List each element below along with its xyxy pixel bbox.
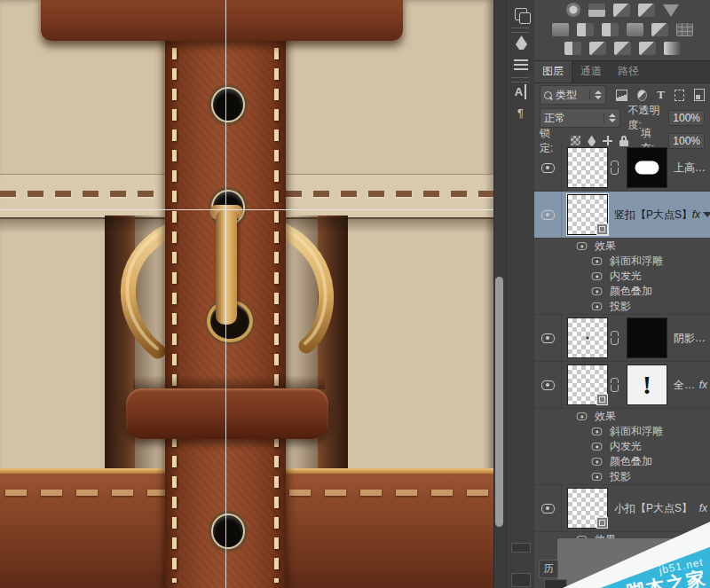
eye-icon[interactable] bbox=[577, 412, 588, 420]
layer-mask-thumbnail[interactable]: ! bbox=[627, 365, 667, 405]
effect-item[interactable]: 斜面和浮雕 bbox=[534, 254, 710, 269]
visibility-toggle[interactable] bbox=[534, 145, 562, 191]
dock-panel-stub[interactable] bbox=[511, 543, 531, 553]
layer-thumbnail[interactable] bbox=[567, 488, 608, 529]
history-panel-icon[interactable]: 历 bbox=[539, 560, 558, 578]
visibility-toggle[interactable] bbox=[534, 362, 562, 408]
visibility-toggle[interactable] bbox=[534, 192, 562, 238]
visibility-toggle[interactable] bbox=[534, 485, 562, 531]
type-layer-filter-icon[interactable]: T bbox=[657, 88, 665, 102]
strap-stitch-right bbox=[274, 48, 279, 583]
eye-icon[interactable] bbox=[592, 287, 603, 295]
photo-filter-icon[interactable] bbox=[627, 23, 643, 36]
fx-badge[interactable]: fx bbox=[699, 379, 707, 391]
eye-icon[interactable] bbox=[592, 427, 603, 435]
color-balance-icon[interactable] bbox=[577, 23, 594, 36]
character-panel-icon[interactable]: A bbox=[513, 84, 526, 99]
layer-thumbnail[interactable] bbox=[567, 194, 608, 235]
vibrance-icon[interactable] bbox=[663, 4, 679, 17]
layer-row[interactable]: 阴影… bbox=[534, 315, 710, 362]
brush-presets-panel-icon[interactable] bbox=[514, 59, 528, 71]
threshold-icon[interactable] bbox=[614, 42, 631, 55]
fx-badge[interactable]: fx bbox=[692, 208, 700, 221]
invert-icon[interactable] bbox=[564, 42, 581, 55]
dock-panel-stub[interactable] bbox=[511, 573, 531, 587]
curves-icon[interactable] bbox=[613, 4, 630, 17]
layer-thumbnail[interactable] bbox=[567, 318, 608, 358]
layer-name[interactable]: 竖扣【P大点S】 bbox=[614, 208, 689, 223]
fx-badge[interactable]: fx bbox=[699, 502, 707, 514]
adjustments-panel bbox=[534, 0, 710, 55]
layer-row[interactable]: 上高… bbox=[534, 145, 710, 192]
pixel-layer-filter-icon[interactable] bbox=[616, 90, 628, 101]
layer-thumbnail[interactable] bbox=[567, 147, 608, 188]
layer-row[interactable]: ! 全… fx bbox=[534, 362, 710, 409]
panel-tab-bar: 图层 通道 路径 bbox=[534, 60, 710, 83]
layer-filter-bar: 类型 T bbox=[534, 83, 710, 106]
channel-mixer-icon[interactable] bbox=[651, 23, 668, 36]
filter-kind-dropdown[interactable]: 类型 bbox=[540, 85, 606, 105]
tab-channels[interactable]: 通道 bbox=[572, 61, 610, 82]
adjustment-layer-filter-icon[interactable] bbox=[637, 90, 647, 101]
selective-color-icon[interactable] bbox=[664, 42, 681, 55]
opacity-value[interactable]: 100% bbox=[668, 110, 705, 126]
strap-hole-1 bbox=[211, 87, 245, 122]
dock-grip[interactable] bbox=[511, 27, 529, 33]
collapse-effects-icon[interactable] bbox=[703, 212, 710, 217]
layer-name[interactable]: 小扣【P大点S】 bbox=[614, 501, 696, 516]
gradient-map-icon[interactable] bbox=[639, 42, 656, 55]
mask-link[interactable] bbox=[608, 161, 621, 175]
effect-label: 投影 bbox=[610, 469, 631, 484]
eye-icon[interactable] bbox=[592, 473, 603, 481]
visibility-toggle[interactable] bbox=[534, 315, 562, 361]
paragraph-panel-icon[interactable]: ¶ bbox=[513, 106, 528, 121]
layer-row-selected[interactable]: 竖扣【P大点S】 fx bbox=[534, 192, 710, 239]
black-white-icon[interactable] bbox=[602, 23, 619, 36]
eye-icon[interactable] bbox=[592, 458, 603, 466]
effect-item[interactable]: 颜色叠加 bbox=[534, 454, 710, 469]
mask-link[interactable] bbox=[608, 378, 621, 392]
stitch-line-left bbox=[0, 191, 165, 197]
mask-link[interactable] bbox=[608, 331, 621, 345]
eye-icon bbox=[541, 163, 555, 173]
shape-layer-filter-icon[interactable] bbox=[674, 90, 684, 101]
effect-item[interactable]: 投影 bbox=[534, 299, 710, 315]
effects-header[interactable]: 效果 bbox=[534, 409, 710, 424]
effect-item[interactable]: 投影 bbox=[534, 469, 710, 485]
brightness-contrast-icon[interactable] bbox=[566, 3, 580, 17]
layers-panel: 图层 通道 路径 类型 T 正常 不透明度: 100% bbox=[534, 0, 710, 588]
layer-name[interactable]: 全… bbox=[674, 378, 696, 393]
effects-header[interactable]: 效果 bbox=[534, 239, 710, 254]
smart-object-filter-icon[interactable] bbox=[694, 89, 705, 101]
effect-item[interactable]: 内发光 bbox=[534, 439, 710, 454]
stitch-line-right bbox=[286, 191, 493, 197]
layer-thumbnail[interactable] bbox=[567, 365, 608, 405]
color-lookup-icon[interactable] bbox=[676, 23, 693, 36]
tab-layers[interactable]: 图层 bbox=[534, 61, 572, 82]
eye-icon[interactable] bbox=[592, 272, 603, 280]
dock-grip[interactable] bbox=[511, 77, 529, 82]
layer-mask-thumbnail[interactable] bbox=[627, 318, 667, 358]
layer-mask-thumbnail[interactable] bbox=[627, 147, 667, 188]
tab-paths[interactable]: 路径 bbox=[610, 61, 647, 82]
effect-item[interactable]: 颜色叠加 bbox=[534, 284, 710, 299]
layer-row[interactable]: 小扣【P大点S】 fx bbox=[534, 485, 710, 532]
clone-source-panel-icon[interactable] bbox=[515, 8, 527, 20]
layer-name[interactable]: 上高… bbox=[674, 161, 710, 176]
keeper-shadow bbox=[133, 375, 325, 389]
eye-icon[interactable] bbox=[577, 242, 588, 250]
eye-icon[interactable] bbox=[592, 257, 603, 265]
layer-name[interactable]: 阴影… bbox=[674, 331, 710, 346]
exposure-icon[interactable] bbox=[638, 4, 655, 17]
document-canvas[interactable] bbox=[0, 0, 493, 588]
levels-icon[interactable] bbox=[588, 4, 605, 17]
effects-header-label: 效果 bbox=[595, 409, 616, 424]
posterize-icon[interactable] bbox=[589, 42, 606, 55]
effect-item[interactable]: 斜面和浮雕 bbox=[534, 424, 710, 439]
effect-item[interactable]: 内发光 bbox=[534, 269, 710, 284]
hue-saturation-icon[interactable] bbox=[552, 23, 569, 36]
dock-panel-stub bbox=[544, 579, 567, 588]
vertical-scrollbar-thumb[interactable] bbox=[495, 277, 503, 527]
eye-icon[interactable] bbox=[592, 443, 603, 451]
eye-icon[interactable] bbox=[592, 302, 603, 310]
